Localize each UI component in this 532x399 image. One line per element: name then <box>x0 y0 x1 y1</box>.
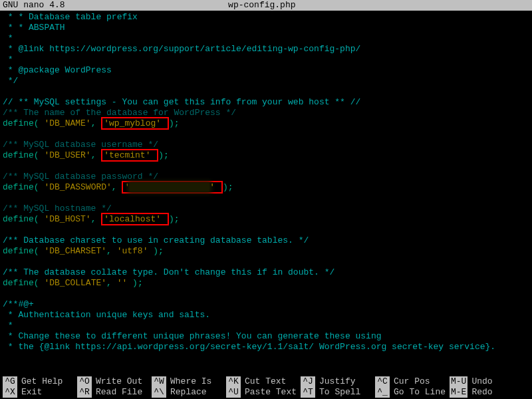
shortcut-cell[interactable]: ^TTo Spell <box>301 387 375 398</box>
redacted-password <box>130 183 209 192</box>
shortcut-key: ^R <box>77 387 92 398</box>
shortcut-key: ^X <box>3 387 17 398</box>
shortcut-cell[interactable]: ^XExit <box>3 387 77 398</box>
shortcut-label: Read File <box>96 387 142 398</box>
code-line <box>3 257 529 267</box>
shortcut-key: ^U <box>226 387 241 398</box>
shortcut-label: Write Out <box>96 376 142 387</box>
shortcut-label: Exit <box>21 387 42 398</box>
highlight-db-password: '' <box>122 181 222 194</box>
shortcut-cell[interactable]: ^\Replace <box>152 387 226 398</box>
file-name: wp-config.php <box>65 0 459 11</box>
shortcut-cell[interactable]: ^KCut Text <box>226 376 301 387</box>
shortcut-cell[interactable]: ^CCur Pos <box>375 376 450 387</box>
shortcut-key: ^\ <box>152 387 166 398</box>
code-line: /** The database collate type. Don't cha… <box>3 267 529 278</box>
code-line: /** MySQL hostname */ <box>3 203 529 214</box>
shortcut-label: Go To Line <box>394 387 446 398</box>
shortcut-key: ^C <box>375 376 390 387</box>
shortcut-label: Replace <box>170 387 207 398</box>
code-line <box>3 161 529 172</box>
shortcut-key: M-E <box>450 387 467 398</box>
code-line <box>3 86 529 97</box>
code-line: /** MySQL database username */ <box>3 140 529 150</box>
shortcut-cell[interactable]: M-ERedo <box>450 387 496 398</box>
code-line: define( 'DB_COLLATE', '' ); <box>3 278 529 289</box>
shortcut-label: Cut Text <box>245 376 286 387</box>
title-bar: GNU nano 4.8 wp-config.php <box>0 0 532 11</box>
code-line: define( 'DB_CHARSET', 'utf8' ); <box>3 246 529 257</box>
shortcut-key: ^_ <box>375 387 390 398</box>
highlight-db-user: 'tecmint' <box>101 149 158 162</box>
shortcut-label: Get Help <box>21 376 63 387</box>
code-line: /** The name of the database for WordPre… <box>3 108 529 118</box>
code-line: /** Database charset to use in creating … <box>3 235 529 246</box>
shortcut-key: ^G <box>3 376 17 387</box>
code-line: * <box>3 33 529 44</box>
shortcut-label: To Spell <box>319 387 360 398</box>
code-line: /** MySQL database password */ <box>3 172 529 182</box>
app-name: GNU nano 4.8 <box>0 0 65 11</box>
shortcut-label: Justify <box>319 376 356 387</box>
code-line: * * ABSPATH <box>3 23 529 33</box>
code-line: * Change these to different unique phras… <box>3 331 529 342</box>
code-line <box>3 225 529 235</box>
code-line: define( 'DB_USER', 'tecmint' ); <box>3 150 529 161</box>
code-line <box>3 289 529 299</box>
shortcut-row-2: ^XExit^RRead File^\Replace^UPaste Text^T… <box>3 387 529 398</box>
code-line: * Authentication unique keys and salts. <box>3 310 529 321</box>
shortcut-key: ^O <box>77 376 92 387</box>
code-line: define( 'DB_HOST', 'localhost' ); <box>3 214 529 225</box>
code-line: /**#@+ <box>3 299 529 310</box>
shortcut-label: Redo <box>471 387 492 398</box>
code-line: * @package WordPress <box>3 65 529 76</box>
shortcut-cell[interactable]: ^JJustify <box>301 376 375 387</box>
code-line: * <box>3 55 529 65</box>
editor-viewport[interactable]: * * Database table prefix * * ABSPATH * … <box>0 11 532 354</box>
shortcut-cell[interactable]: ^WWhere Is <box>152 376 226 387</box>
code-line: define( 'DB_PASSWORD', '' ); <box>3 182 529 193</box>
shortcut-label: Cur Pos <box>394 376 430 387</box>
shortcut-key: ^T <box>301 387 315 398</box>
shortcut-cell[interactable]: ^UPaste Text <box>226 387 301 398</box>
shortcut-key: ^J <box>301 376 315 387</box>
shortcut-key: M-U <box>450 376 467 387</box>
shortcut-label: Paste Text <box>245 387 297 398</box>
code-line: */ <box>3 76 529 86</box>
code-line: * <box>3 321 529 331</box>
code-line: // ** MySQL settings - You can get this … <box>3 97 529 108</box>
shortcut-label: Undo <box>471 376 492 387</box>
shortcut-label: Where Is <box>170 376 211 387</box>
shortcut-row-1: ^GGet Help^OWrite Out^WWhere Is^KCut Tex… <box>3 376 529 387</box>
code-line: * @link https://wordpress.org/support/ar… <box>3 44 529 55</box>
highlight-db-name: 'wp_myblog' <box>101 117 169 130</box>
shortcut-cell[interactable]: ^RRead File <box>77 387 152 398</box>
shortcut-cell[interactable]: ^GGet Help <box>3 376 77 387</box>
shortcut-key: ^W <box>152 376 166 387</box>
shortcut-bar: ^GGet Help^OWrite Out^WWhere Is^KCut Tex… <box>0 376 532 399</box>
shortcut-cell[interactable]: ^OWrite Out <box>77 376 152 387</box>
code-line <box>3 129 529 140</box>
shortcut-cell[interactable]: M-UUndo <box>450 376 496 387</box>
shortcut-key: ^K <box>226 376 241 387</box>
code-line: * * Database table prefix <box>3 12 529 23</box>
code-line: * the {@link https://api.wordpress.org/s… <box>3 342 529 352</box>
highlight-db-host: 'localhost' <box>101 213 169 225</box>
code-line <box>3 193 529 203</box>
shortcut-cell[interactable]: ^_Go To Line <box>375 387 450 398</box>
code-line: define( 'DB_NAME', 'wp_myblog' ); <box>3 118 529 129</box>
